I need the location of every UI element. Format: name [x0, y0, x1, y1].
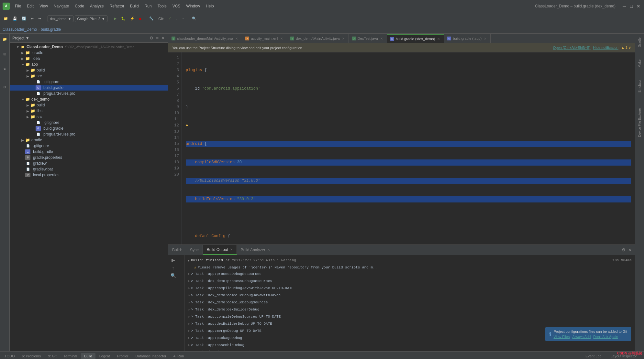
hide-notification-link[interactable]: Hide notification [593, 46, 618, 50]
menu-vcs[interactable]: VCS [170, 3, 183, 10]
bottom-tab-profiler[interactable]: Profiler [114, 353, 132, 359]
breadcrumb-file[interactable]: build.gradle [41, 27, 61, 32]
sidebar-structure-icon[interactable]: ⊞ [1, 50, 9, 58]
build-task-3[interactable]: > > Task :app:compileDebugJavaWithJavac … [188, 285, 632, 292]
code-content[interactable]: plugins { id 'com.android.application' }… [182, 52, 635, 245]
tab-close-icon[interactable]: ✕ [230, 248, 233, 251]
menu-tools[interactable]: Tools [155, 3, 169, 10]
bottom-tab-eventlog[interactable]: Event Log [582, 353, 605, 359]
git-update-button[interactable]: ↓ [174, 16, 179, 22]
tree-dexdemo-build[interactable]: ▶ 📁 build [10, 102, 168, 108]
tab-close-icon[interactable]: ✕ [483, 37, 487, 41]
build-task-6[interactable]: > > Task :dex_demo:dexBuilderDebug [188, 306, 632, 313]
build-filter-icon[interactable]: 🔍 [170, 272, 177, 279]
tree-gradlew-bat[interactable]: 📄 gradlew.bat [10, 166, 168, 172]
git-check-button[interactable]: ✓ [167, 16, 173, 22]
menu-run[interactable]: Run [142, 3, 154, 10]
save-button[interactable]: 💾 [11, 16, 19, 22]
find-button[interactable]: 🔍 [190, 16, 198, 22]
code-editor[interactable]: 1 2 3 4 5 6 7 8 9 10 11 12 13 14 15 16 1 [168, 52, 635, 245]
tab-buildgradle-dex[interactable]: G build.gradle (:dex_demo) ✕ [387, 34, 444, 43]
minimize-button[interactable]: ─ [621, 3, 627, 9]
menu-view[interactable]: View [37, 3, 50, 10]
debug-button[interactable]: 🐛 [119, 16, 127, 22]
bottom-tab-problems[interactable]: 6: Problems [19, 353, 44, 359]
tab-build-output[interactable]: Build Output ✕ [203, 245, 237, 255]
tree-idea-folder[interactable]: ▶ 📁 .idea [10, 56, 168, 61]
git-push-button[interactable]: ↑ [181, 16, 186, 22]
bottom-tab-todo[interactable]: TODO [1, 353, 18, 359]
tree-gradle-root[interactable]: ▶ 📁 gradle [10, 137, 168, 143]
undo-button[interactable]: ↩ [29, 16, 35, 22]
run-button[interactable]: ▶ [112, 16, 118, 22]
tab-close-icon[interactable]: ✕ [437, 37, 440, 41]
menu-window[interactable]: Window [183, 3, 203, 10]
menu-analyze[interactable]: Analyze [87, 3, 106, 10]
tree-app-folder[interactable]: ▼ 📁 app [10, 61, 168, 67]
tree-dexdemo-src[interactable]: ▶ 📁 src [10, 114, 168, 120]
dont-ask-again-link[interactable]: Don't Ask Again [593, 335, 618, 339]
tree-dexdemo-gitignore[interactable]: 📄 .gitignore [10, 120, 168, 125]
build-expand-icon[interactable]: ▶ [170, 256, 177, 264]
tab-buildgradle-app[interactable]: G build.gradle (:app) ✕ [444, 34, 491, 43]
redo-button[interactable]: ↪ [37, 16, 43, 22]
view-files-link[interactable]: View Files [554, 335, 570, 339]
module-dropdown[interactable]: dex_demo ▼ [48, 16, 73, 22]
build-task-8[interactable]: > > Task :app:dexBuilderDebug UP-TO-DATE [188, 321, 632, 328]
tree-build-folder[interactable]: ▶ 📁 build [10, 67, 168, 73]
menu-help[interactable]: Help [203, 3, 217, 10]
tree-root[interactable]: ▼ 📁 ClassLoader_Demo Y:\002_WorkSpace\00… [10, 44, 168, 50]
sidebar-build-variants-icon[interactable]: ⚙ [1, 83, 9, 91]
menu-edit[interactable]: Edit [24, 3, 36, 10]
menu-file[interactable]: File [12, 3, 24, 10]
build-task-12[interactable]: > > Task :dex_demo:mergeDexDebug [188, 349, 632, 351]
build-task-2[interactable]: > > Task :dex_demo:processDebugResources [188, 278, 632, 285]
build-task-1[interactable]: > > Task :app:processDebugResources [188, 271, 632, 278]
sync-button[interactable]: 🔄 [20, 16, 28, 22]
menu-build[interactable]: Build [128, 3, 141, 10]
tree-dexdemo-libs[interactable]: ▶ 📁 libs [10, 108, 168, 114]
tab-activitymain[interactable]: X activity_main.xml ✕ [242, 34, 287, 43]
bottom-tab-logcat[interactable]: Logcat [96, 353, 113, 359]
open-project-structure-link[interactable]: Open (Ctrl+Alt+Shift+S) [553, 46, 591, 50]
maximize-button[interactable]: □ [628, 3, 634, 9]
profile-button[interactable]: ⚡ [128, 16, 136, 22]
tab-close-icon[interactable]: ✕ [280, 37, 283, 41]
bottom-tab-build[interactable]: Build [81, 353, 95, 359]
build-warning-item[interactable]: ⚠ Please remove usages of 'jcenter()' Ma… [188, 264, 632, 271]
sync-project-button[interactable]: 🔧 [148, 16, 155, 22]
tab-mainactivity[interactable]: J classloader_demo\MainActivity.java ✕ [168, 34, 242, 43]
menu-refactor[interactable]: Refactor [107, 3, 127, 10]
vtab-device-file[interactable]: Device File Explorer [637, 105, 643, 139]
tab-close-icon[interactable]: ✕ [380, 37, 383, 41]
build-task-11[interactable]: > > Task :app:assembleDebug [188, 342, 632, 349]
tree-buildgradle-app[interactable]: G build.gradle [10, 85, 168, 91]
tab-dextest[interactable]: J DexTest.java ✕ [349, 34, 387, 43]
tab-close-icon[interactable]: ✕ [235, 37, 239, 41]
tree-root-buildgradle[interactable]: G build.gradle [10, 149, 168, 155]
build-task-7[interactable]: > > Task :app:compileDebugSources UP-TO-… [188, 313, 632, 321]
vtab-emulator[interactable]: Emulator [637, 77, 643, 95]
sidebar-favorites-icon[interactable]: ★ [1, 65, 9, 73]
tab-close-icon[interactable]: ✕ [267, 248, 270, 252]
open-folder-button[interactable]: 📁 [2, 16, 10, 22]
panel-settings-button[interactable]: ⚙ [149, 35, 154, 41]
breadcrumb-project[interactable]: ClassLoader_Demo [3, 27, 37, 32]
tree-dexdemo-buildgradle[interactable]: G build.gradle [10, 125, 168, 131]
tree-src-folder[interactable]: ▶ 📁 src [10, 73, 168, 79]
tab-close-icon[interactable]: ✕ [341, 37, 345, 41]
build-collapse-icon[interactable]: ↕ [170, 264, 177, 271]
tree-root-gitignore[interactable]: 📄 .gitignore [10, 143, 168, 149]
tree-gitignore-app[interactable]: 📄 .gitignore [10, 79, 168, 85]
panel-gear-button[interactable]: ≡ [155, 35, 159, 41]
build-close-button[interactable]: ✕ [627, 247, 632, 253]
vtab-gradle[interactable]: Gradle [637, 35, 643, 50]
build-result-item[interactable]: ▼ Build: finished at 2021/12/7 22:51 wit… [188, 257, 632, 264]
bottom-tab-terminal[interactable]: Terminal [61, 353, 81, 359]
build-task-4[interactable]: > > Task :dex_demo:compileDebugJavaWithJ… [188, 292, 632, 299]
tree-dexdemo-folder[interactable]: ▼ 📁 dex_demo [10, 96, 168, 102]
bottom-tab-database[interactable]: Database Inspector [132, 353, 170, 359]
sidebar-project-icon[interactable]: 📁 [1, 35, 9, 43]
always-add-link[interactable]: Always Add [572, 335, 591, 339]
tab-build[interactable]: Build: [168, 245, 186, 255]
